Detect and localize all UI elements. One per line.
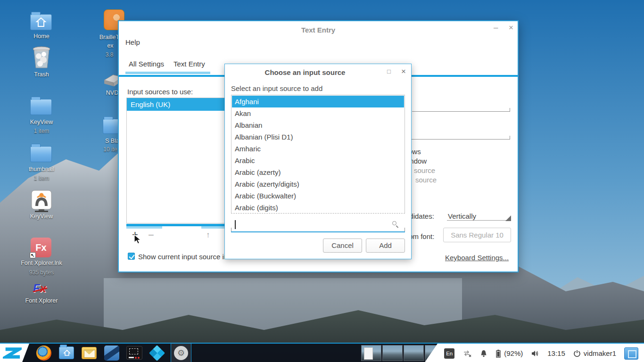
desktop-icon-trash[interactable] <box>31 46 52 71</box>
desktop-icon-keyview-folder[interactable] <box>30 99 52 115</box>
show-current-label: Show current input source in <box>138 253 228 261</box>
taskbar: ⚙ En <box>0 343 644 362</box>
home-folder-icon <box>30 14 52 30</box>
desktop-sublabel-font-xplorer-lnk: 935 bytes <box>8 269 74 276</box>
desktop-label-home: Home <box>8 33 74 40</box>
choose-input-source-dialog: Choose an input source □ × Select an inp… <box>224 64 412 259</box>
input-source-option[interactable]: Albanian <box>232 119 404 131</box>
volume-icon[interactable] <box>531 350 539 357</box>
workspace-thumbnail[interactable] <box>404 345 424 361</box>
active-tab-indicator <box>125 72 210 74</box>
kodi-icon <box>149 345 165 361</box>
settings-active-app[interactable]: ⚙ <box>171 343 191 362</box>
show-current-checkbox[interactable] <box>128 253 135 260</box>
keyview-app-icon <box>30 190 53 213</box>
font-xplorer-icon: Fx <box>33 282 46 295</box>
desktop-icon-font-xplorer[interactable]: Fx <box>33 282 46 295</box>
desktop-icon-thumbnail-folder[interactable] <box>30 146 52 162</box>
candidates-dropdown-underline <box>447 214 511 221</box>
radio-label-fragment-3: source <box>414 166 435 174</box>
radio-label-fragment-4: source <box>415 176 437 184</box>
input-source-option[interactable]: Arabic (digits) <box>232 202 404 214</box>
help-menu[interactable]: Help <box>125 38 140 46</box>
battery-icon <box>495 349 501 358</box>
close-button[interactable]: × <box>509 23 513 33</box>
show-desktop-button[interactable] <box>624 347 638 360</box>
shortcut-arrow-badge: ↖ <box>30 252 36 258</box>
video-app-button[interactable] <box>104 345 120 361</box>
custom-font-button[interactable]: Sans Regular 10 <box>443 228 511 242</box>
zorin-logo-icon <box>3 345 22 361</box>
username: vidmaker1 <box>584 349 616 357</box>
video-app-icon <box>104 346 119 361</box>
search-icon <box>392 221 399 228</box>
input-source-option[interactable]: Arabic (azerty) <box>232 166 404 178</box>
files-button[interactable] <box>58 345 74 361</box>
input-source-option[interactable]: Arabic (Buckwalter) <box>232 190 404 202</box>
keyboard-layout-indicator[interactable]: En <box>444 348 454 359</box>
desktop-label-keyview-folder: KeyView <box>8 119 74 125</box>
gear-icon: ⚙ <box>174 346 188 360</box>
input-source-option[interactable]: Akan <box>232 107 404 119</box>
notifications-bell-icon[interactable] <box>480 349 487 358</box>
trash-icon <box>31 46 52 69</box>
battery-percent: (92%) <box>504 349 523 357</box>
input-source-option[interactable]: Arabic <box>232 155 404 166</box>
desktop-label-thumbnail: thumbnail <box>8 166 74 173</box>
desktop-sublabel-keyview-folder: 1 item <box>8 128 74 134</box>
cancel-button[interactable]: Cancel <box>323 239 362 253</box>
desktop-icon-font-xplorer-lnk[interactable]: Fx↖ <box>31 238 51 257</box>
network-icon[interactable] <box>462 349 472 358</box>
search-input[interactable] <box>231 217 405 232</box>
desktop-label-trash: Trash <box>8 71 74 78</box>
input-source-option-selected[interactable]: Afghani <box>232 96 404 107</box>
dialog-title: Choose an input source <box>225 68 385 76</box>
workspace-thumbnail[interactable] <box>382 345 403 361</box>
add-button[interactable]: Add <box>366 239 405 253</box>
mail-icon <box>82 347 97 359</box>
screenshot-tool-icon <box>126 346 142 360</box>
folder-icon <box>30 99 52 115</box>
desktop-icon-keyview-app[interactable] <box>30 190 53 214</box>
entry-line-1 <box>412 108 510 112</box>
input-source-option[interactable]: Arabic (azerty/digits) <box>232 178 404 190</box>
mail-button[interactable] <box>81 345 97 361</box>
clock[interactable]: 13:15 <box>547 349 565 357</box>
input-sources-label: Input sources to use: <box>127 88 193 96</box>
zorin-menu-button[interactable] <box>0 344 29 362</box>
dialog-maximize-button[interactable]: □ <box>387 68 391 75</box>
text-caret <box>235 220 236 229</box>
input-source-options-list[interactable]: Afghani Akan Albanian Albanian (Plisi D1… <box>231 95 405 214</box>
remove-source-button[interactable]: − <box>148 229 154 241</box>
taskbar-tray: En (92%) 13:15 <box>424 344 644 362</box>
keyboard-settings-link[interactable]: Keyboard Settings... <box>445 254 509 262</box>
dialog-close-button[interactable]: × <box>401 67 406 76</box>
folder-icon <box>30 146 52 162</box>
window-title: Text Entry <box>153 26 483 34</box>
move-up-button[interactable]: ↑ <box>206 230 210 240</box>
desktop-icon-home[interactable] <box>30 14 52 30</box>
desktop-sublabel-thumbnail: 1 item <box>8 175 74 181</box>
dropdown-corner-icon <box>505 215 511 221</box>
workspace-thumbnail[interactable] <box>361 345 381 361</box>
input-source-option[interactable]: Amharic <box>232 143 404 155</box>
screenshot-tool-button[interactable] <box>126 345 142 361</box>
entry-line-2 <box>405 136 510 140</box>
session-menu[interactable]: vidmaker1 <box>573 349 616 357</box>
font-xplorer-lnk-icon: Fx↖ <box>31 238 51 257</box>
files-icon <box>59 346 74 359</box>
firefox-button[interactable] <box>36 345 52 361</box>
battery-group[interactable]: (92%) <box>495 349 523 358</box>
kodi-button[interactable] <box>149 345 165 361</box>
firefox-icon <box>36 346 51 361</box>
desktop-label-font-xplorer: Font Xplorer <box>8 297 74 304</box>
tab-all-settings[interactable]: All Settings <box>129 60 164 68</box>
power-icon <box>573 350 581 357</box>
dialog-subtitle: Select an input source to add <box>231 84 322 92</box>
tab-text-entry[interactable]: Text Entry <box>173 60 205 68</box>
mouse-cursor <box>133 234 142 245</box>
input-source-option[interactable]: Albanian (Plisi D1) <box>232 131 404 143</box>
minimize-button[interactable]: – <box>494 23 498 33</box>
desktop: Home Trash KeyView 1 item thumbnail 1 it… <box>0 0 644 362</box>
desktop-label-font-xplorer-lnk: Font Xplorer.lnk <box>8 260 74 266</box>
